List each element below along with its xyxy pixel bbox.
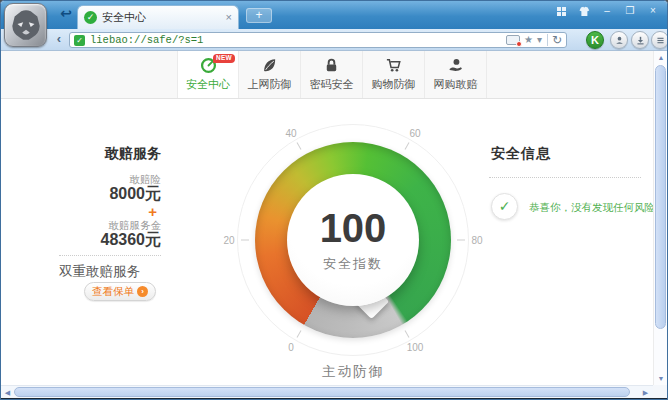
screenshot-icon[interactable] — [506, 35, 520, 45]
back-curve-icon[interactable]: ↩ — [58, 5, 74, 21]
lock-icon — [323, 57, 340, 74]
safe-page-icon: ✓ — [84, 11, 97, 24]
browser-tab-title: 安全中心 — [102, 10, 221, 25]
new-badge: NEW — [213, 54, 235, 63]
tab-label: 安全中心 — [186, 77, 230, 92]
tab-shopping-defense[interactable]: 购物防御 — [363, 51, 425, 98]
gauge-tick-label: 20 — [223, 235, 234, 246]
address-bar[interactable]: ✓ liebao://safe/?s=1 ★ ▾ ↻ — [69, 32, 567, 48]
minimize-button[interactable]: – — [597, 4, 617, 18]
scroll-up-arrow[interactable]: ▲ — [654, 51, 668, 64]
tab-shopping-compensation[interactable]: 网购敢赔 — [425, 51, 487, 98]
claims-title: 敢赔服务 — [105, 145, 161, 163]
download-button[interactable] — [631, 31, 649, 49]
title-bar: ↩ ✓ 安全中心 × + – ❐ × — [1, 1, 667, 29]
gauge-tick-label: 100 — [407, 342, 424, 353]
chevron-down-icon[interactable]: ▾ — [537, 35, 542, 45]
arrow-right-icon: › — [137, 286, 148, 297]
close-button[interactable]: × — [643, 4, 663, 18]
apps-grid-icon[interactable] — [551, 4, 571, 18]
user-icon — [614, 35, 625, 46]
gauge-bubble: 100 安全指数 — [287, 174, 419, 306]
refresh-icon[interactable]: ↻ — [552, 34, 562, 46]
gauge: 100 安全指数 020406080100 — [218, 105, 488, 375]
vertical-scrollbar[interactable]: ▲ ▼ — [653, 51, 667, 385]
view-policy-label: 查看保单 — [92, 285, 134, 299]
notification-dot — [516, 41, 522, 47]
tab-label: 网购敢赔 — [434, 77, 478, 92]
check-circle-icon: ✓ — [491, 193, 518, 220]
maximize-button[interactable]: ❐ — [620, 4, 640, 18]
bookmark-star-icon[interactable]: ★ — [524, 35, 533, 45]
security-info-title: 安全信息 — [491, 145, 551, 163]
back-button[interactable]: ‹ — [51, 31, 67, 48]
plus-sign: + — [148, 203, 157, 220]
browser-window: ↩ ✓ 安全中心 × + – ❐ × ‹ — [0, 0, 668, 400]
user-account-button[interactable] — [610, 31, 628, 49]
scroll-down-arrow[interactable]: ▼ — [654, 372, 668, 385]
hand-coin-icon — [447, 57, 464, 74]
security-index-value: 100 — [320, 208, 387, 248]
view-policy-button[interactable]: 查看保单 › — [84, 282, 156, 301]
url-text: liebao://safe/?s=1 — [90, 34, 502, 46]
gauge-tick-label: 40 — [285, 127, 296, 138]
tab-security-center[interactable]: NEW 安全中心 — [177, 51, 239, 98]
divider — [547, 34, 548, 46]
insurance-value: 8000元 — [109, 184, 161, 205]
active-defense-caption: 主动防御 — [218, 363, 488, 381]
gauge-tick-mark — [457, 240, 465, 241]
address-toolbar: ‹ ✓ liebao://safe/?s=1 ★ ▾ ↻ K — [1, 29, 667, 51]
dotted-divider — [59, 255, 161, 256]
tab-label: 购物防御 — [372, 77, 416, 92]
gauge-tick-label: 60 — [409, 127, 420, 138]
double-service-label: 双重敢赔服务 — [59, 263, 169, 281]
gauge-tick-mark — [241, 240, 249, 241]
vertical-scroll-thumb[interactable] — [655, 65, 666, 329]
feature-tab-strip: NEW 安全中心 上网防御 密码安全 — [1, 51, 667, 99]
horizontal-scroll-thumb[interactable] — [14, 387, 630, 397]
gauge-tick-label: 0 — [288, 342, 294, 353]
menu-button[interactable] — [651, 31, 668, 49]
no-risk-message: 恭喜你，没有发现任何风险 — [529, 201, 655, 215]
scrollbar-corner — [653, 385, 668, 398]
tab-label: 密码安全 — [310, 77, 354, 92]
tab-label: 上网防御 — [248, 77, 292, 92]
leopard-head-icon — [9, 8, 43, 42]
liebao-logo[interactable] — [4, 3, 47, 47]
security-index-label: 安全指数 — [323, 255, 383, 273]
gauge-tick-label: 80 — [471, 235, 482, 246]
tab-password-security[interactable]: 密码安全 — [301, 51, 363, 98]
claims-panel: 敢赔服务 敢赔险 8000元 + 敢赔服务金 48360元 双重敢赔服务 查看保… — [59, 99, 161, 339]
leaf-icon — [261, 57, 278, 74]
new-tab-button[interactable]: + — [246, 8, 272, 23]
shirt-icon — [578, 6, 590, 17]
tab-close-icon[interactable]: × — [226, 12, 232, 23]
skin-theme-button[interactable] — [574, 4, 594, 18]
page-content: 敢赔服务 敢赔险 8000元 + 敢赔服务金 48360元 双重敢赔服务 查看保… — [1, 99, 667, 385]
menu-icon — [655, 35, 666, 46]
dotted-divider — [489, 177, 641, 178]
grid-icon — [557, 7, 566, 16]
horizontal-scrollbar[interactable]: ◀ ▶ — [1, 385, 653, 398]
url-safety-badge: ✓ — [74, 35, 85, 46]
security-suite-button[interactable]: K — [586, 31, 604, 49]
fund-value: 48360元 — [101, 230, 162, 251]
browser-tab[interactable]: ✓ 安全中心 × — [77, 5, 239, 29]
cart-icon — [385, 57, 402, 74]
tab-web-defense[interactable]: 上网防御 — [239, 51, 301, 98]
download-icon — [635, 35, 646, 46]
